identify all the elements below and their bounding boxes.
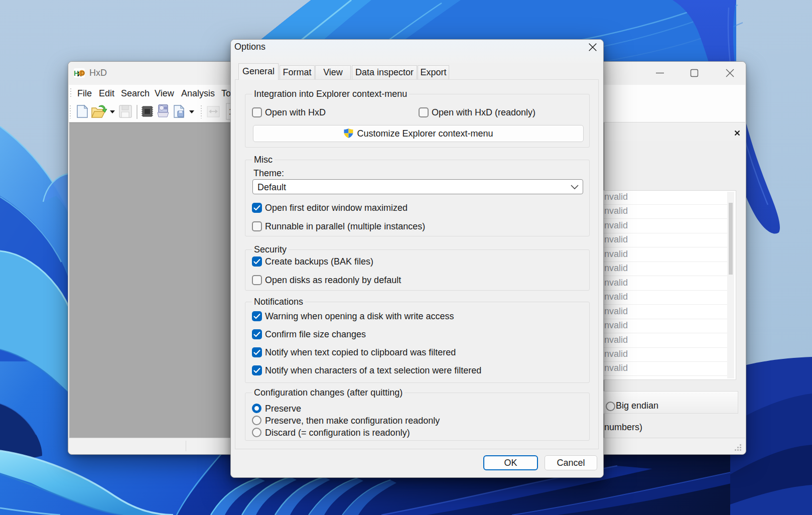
svg-text:D: D bbox=[80, 69, 85, 77]
